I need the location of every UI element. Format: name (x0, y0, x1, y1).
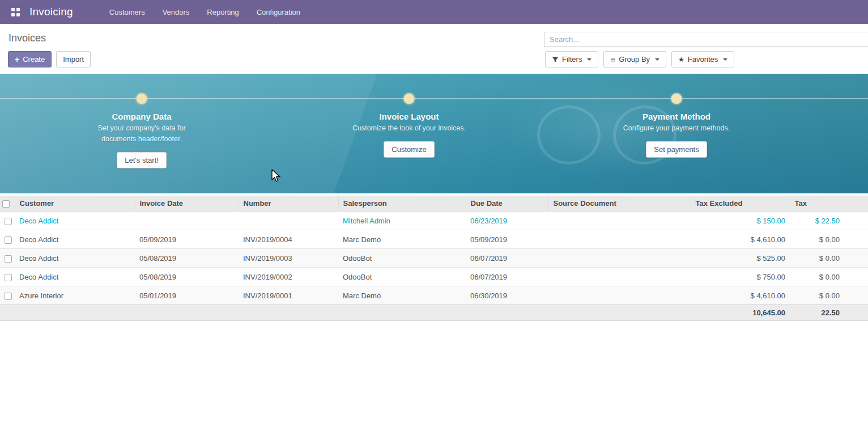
invoice-list-table: Customer Invoice Date Number Salesperson… (0, 196, 868, 321)
cell-customer: Deco Addict (15, 268, 135, 286)
total-tax: 22.50 (790, 305, 868, 321)
cell-source-document (548, 249, 691, 268)
top-navbar: Invoicing Customers Vendors Reporting Co… (0, 0, 868, 24)
cell-tax-excluded: $ 750.00 (691, 268, 790, 286)
onboarding-step-invoice-layout: Invoice Layout Customize the look of you… (330, 93, 488, 158)
cell-number: INV/2019/0001 (239, 286, 338, 305)
invoice-row[interactable]: Azure Interior 05/01/2019 INV/2019/0001 … (0, 286, 868, 305)
step-dot (136, 93, 147, 104)
search-input[interactable] (544, 32, 868, 47)
table-totals-row: 10,645.00 22.50 (0, 305, 868, 321)
cell-invoice-date: 05/01/2019 (135, 286, 239, 305)
cell-tax-excluded: $ 150.00 (691, 212, 790, 230)
menu-vendors[interactable]: Vendors (161, 6, 191, 19)
cell-due-date: 05/09/2019 (466, 230, 548, 249)
row-checkbox[interactable] (5, 218, 12, 225)
step-dot (671, 93, 682, 104)
column-header-customer[interactable]: Customer (15, 196, 135, 212)
step-title: Invoice Layout (330, 112, 488, 121)
column-header-tax-excluded[interactable]: Tax Excluded (691, 196, 790, 212)
column-header-invoice-date[interactable]: Invoice Date (135, 196, 239, 212)
cell-due-date: 06/07/2019 (466, 249, 548, 268)
step-title: Company Data (62, 112, 221, 121)
cell-invoice-date: 05/08/2019 (135, 268, 239, 286)
chevron-down-icon (587, 58, 592, 61)
cell-salesperson: Mitchell Admin (338, 212, 466, 230)
invoice-row[interactable]: Deco Addict Mitchell Admin 06/23/2019 $ … (0, 212, 868, 230)
select-all-checkbox[interactable] (2, 200, 10, 208)
step-dot (403, 93, 415, 104)
cell-invoice-date (135, 212, 239, 230)
main-menu: Customers Vendors Reporting Configuratio… (108, 6, 301, 19)
total-tax-excluded: 10,645.00 (691, 305, 790, 321)
menu-configuration[interactable]: Configuration (256, 6, 301, 19)
cell-salesperson: Marc Demo (338, 286, 466, 305)
cell-due-date: 06/30/2019 (466, 286, 548, 305)
row-checkbox[interactable] (5, 236, 12, 244)
invoice-row[interactable]: Deco Addict 05/08/2019 INV/2019/0002 Odo… (0, 268, 868, 286)
column-header-due-date[interactable]: Due Date (466, 196, 548, 212)
invoice-table-body: Deco Addict Mitchell Admin 06/23/2019 $ … (0, 212, 868, 305)
column-header-tax[interactable]: Tax (790, 196, 868, 212)
set-payments-button[interactable]: Set payments (646, 141, 707, 158)
invoice-row[interactable]: Deco Addict 05/08/2019 INV/2019/0003 Odo… (0, 249, 868, 268)
column-header-source-document[interactable]: Source Document (548, 196, 691, 212)
cell-tax: $ 0.00 (790, 268, 868, 286)
onboarding-step-payment-method: Payment Method Configure your payment me… (597, 93, 756, 158)
favorites-button[interactable]: ★ Favorites (671, 51, 734, 67)
cell-tax-excluded: $ 525.00 (691, 249, 790, 268)
star-icon: ★ (678, 56, 684, 64)
cell-salesperson: OdooBot (338, 249, 466, 268)
step-description: Configure your payment methods. (616, 123, 737, 134)
cell-number (239, 212, 338, 230)
cell-number: INV/2019/0002 (239, 268, 338, 286)
cell-tax: $ 22.50 (790, 212, 868, 230)
cell-customer: Deco Addict (15, 249, 135, 268)
cell-due-date: 06/07/2019 (466, 268, 548, 286)
banner-decor-glasses (537, 105, 601, 164)
app-brand-title[interactable]: Invoicing (29, 6, 73, 18)
cell-tax: $ 0.00 (790, 286, 868, 305)
cell-tax: $ 0.00 (790, 249, 868, 268)
menu-reporting[interactable]: Reporting (206, 6, 240, 19)
cell-invoice-date: 05/08/2019 (135, 249, 239, 268)
create-button[interactable]: + Create (8, 51, 52, 67)
cell-salesperson: OdooBot (338, 268, 466, 286)
cell-salesperson: Marc Demo (338, 230, 466, 249)
invoice-row[interactable]: Deco Addict 05/09/2019 INV/2019/0004 Mar… (0, 230, 868, 249)
row-checkbox[interactable] (5, 274, 12, 281)
column-header-number[interactable]: Number (239, 196, 338, 212)
cell-source-document (548, 212, 691, 230)
import-button[interactable]: Import (56, 51, 91, 67)
row-checkbox[interactable] (5, 255, 12, 263)
row-checkbox[interactable] (5, 293, 12, 300)
page-title: Invoices (8, 32, 46, 44)
cell-due-date: 06/23/2019 (466, 212, 548, 230)
filter-funnel-icon (552, 56, 559, 63)
control-panel: Invoices + Create Import Filters ≡ Group… (0, 24, 868, 74)
group-by-button[interactable]: ≡ Group By (603, 51, 666, 67)
group-by-icon: ≡ (610, 55, 615, 64)
cell-invoice-date: 05/09/2019 (135, 230, 239, 249)
cell-number: INV/2019/0003 (239, 249, 338, 268)
step-title: Payment Method (597, 112, 756, 121)
cell-source-document (548, 268, 691, 286)
cell-number: INV/2019/0004 (239, 230, 338, 249)
filters-button[interactable]: Filters (545, 51, 598, 67)
table-header-row: Customer Invoice Date Number Salesperson… (0, 196, 868, 212)
column-header-salesperson[interactable]: Salesperson (338, 196, 466, 212)
cell-source-document (548, 230, 691, 249)
apps-grid-icon[interactable] (8, 5, 23, 19)
plus-icon: + (15, 56, 19, 64)
step-description: Customize the look of your invoices. (349, 123, 469, 134)
cell-tax-excluded: $ 4,610.00 (691, 230, 790, 249)
menu-customers[interactable]: Customers (108, 6, 146, 19)
cell-customer: Deco Addict (15, 212, 135, 230)
cell-tax-excluded: $ 4,610.00 (691, 286, 790, 305)
customize-button[interactable]: Customize (384, 141, 434, 158)
onboarding-banner: Company Data Set your company's data for… (0, 74, 868, 193)
chevron-down-icon (723, 58, 727, 61)
cell-customer: Azure Interior (15, 286, 135, 305)
lets-start-button[interactable]: Let's start! (117, 152, 167, 168)
mouse-cursor (271, 169, 282, 183)
